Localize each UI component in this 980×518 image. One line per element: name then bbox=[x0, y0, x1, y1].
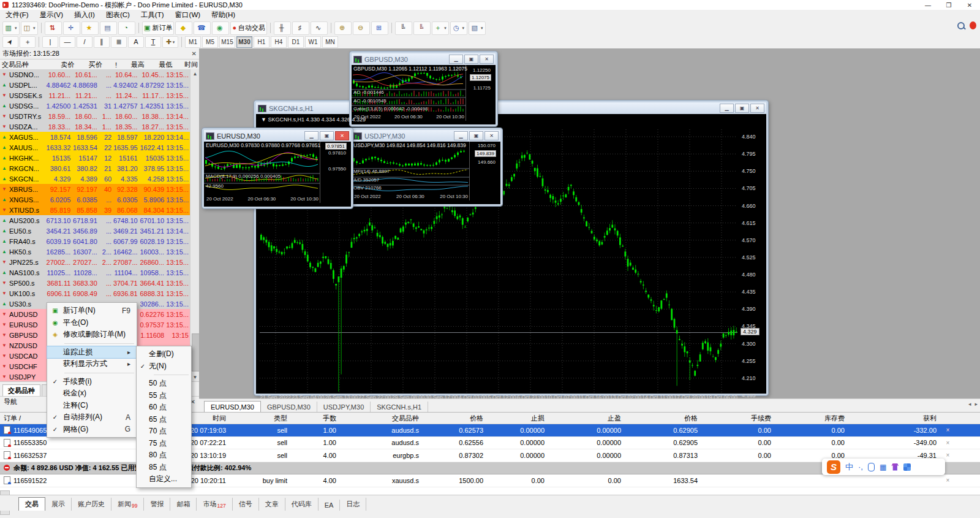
tab-account-history[interactable]: 账户历史 bbox=[72, 498, 111, 511]
market-watch-close-icon[interactable]: ✕ bbox=[192, 50, 197, 57]
data-window-icon[interactable] bbox=[63, 21, 80, 35]
templates-icon[interactable] bbox=[469, 21, 486, 35]
timeframe-button[interactable]: H1 bbox=[254, 36, 270, 48]
auto-scroll-icon[interactable] bbox=[395, 21, 412, 35]
mql-community-icon[interactable] bbox=[212, 21, 229, 35]
tab-symbols[interactable]: 交易品种 bbox=[2, 384, 40, 397]
ime-keyboard-icon[interactable]: ▦ bbox=[880, 463, 886, 471]
col-high[interactable]: 最高 bbox=[118, 60, 146, 69]
chart-shift-icon[interactable] bbox=[413, 21, 431, 35]
new-order-button[interactable]: 新订单 bbox=[142, 21, 174, 35]
horizontal-line-icon[interactable] bbox=[59, 36, 75, 48]
chart-minimize-button[interactable]: ▁ bbox=[449, 55, 463, 64]
trailing-delete-all[interactable]: 全删(D) bbox=[137, 348, 191, 360]
col-ask[interactable]: 买价 bbox=[76, 60, 104, 69]
market-watch-row[interactable]: NAS100.s 11025... 11028... ... 11104... … bbox=[0, 267, 190, 278]
market-watch-row[interactable]: USDSEK.s 11.21... 11.21... ... 11.24... … bbox=[0, 90, 190, 101]
tab-articles[interactable]: 文章 bbox=[259, 498, 285, 511]
timeframe-button[interactable]: M5 bbox=[202, 36, 218, 48]
chart-window-eurusd[interactable]: EURUSD,M30 ▁ ▣ ✕ EURUSD,M30 0.97830 0.97… bbox=[202, 128, 353, 208]
market-watch-row[interactable]: UK100.s 6906.11 6908.49 ... 6936.81 6888… bbox=[0, 288, 190, 299]
chart-window-titlebar[interactable]: EURUSD,M30 ▁ ▣ ✕ bbox=[204, 130, 351, 142]
line-chart-icon[interactable] bbox=[311, 21, 328, 35]
market-watch-scrollbar[interactable]: ▲ ▼ bbox=[190, 69, 200, 381]
close-order-icon[interactable]: × bbox=[940, 452, 956, 459]
ime-skin-icon[interactable] bbox=[891, 463, 899, 471]
timeframe-button[interactable]: M15 bbox=[219, 36, 235, 48]
col-price-current[interactable]: 价格 bbox=[625, 414, 701, 423]
autotrading-button[interactable]: 自动交易 bbox=[230, 21, 267, 35]
market-watch-row[interactable]: SP500.s 3681.11 3683.30 ... 3704.71 3664… bbox=[0, 278, 190, 288]
cursor-icon[interactable] bbox=[2, 36, 18, 48]
market-watch-row[interactable]: SKGCN... 4.329 4.389 60 4.335 4.258 13:1… bbox=[0, 173, 190, 184]
navigator-icon[interactable] bbox=[81, 21, 99, 35]
text-label-icon[interactable] bbox=[145, 36, 161, 48]
tab-trade[interactable]: 交易 bbox=[18, 497, 45, 511]
market-watch-row[interactable]: JPN225.s 27002... 27027... 2... 27087...… bbox=[0, 257, 190, 267]
market-watch-icon[interactable] bbox=[45, 21, 62, 35]
close-order-icon[interactable]: × bbox=[940, 440, 956, 446]
trailing-65[interactable]: 65 点 bbox=[137, 414, 191, 426]
menu-new-order[interactable]: 新订单(N) F9 bbox=[47, 305, 137, 317]
trailing-custom[interactable]: 自定义... bbox=[137, 473, 191, 486]
scroll-up-icon[interactable]: ▲ bbox=[190, 69, 200, 78]
trailing-none[interactable]: 无(N) bbox=[137, 360, 191, 373]
chart-close-button[interactable]: ✕ bbox=[335, 131, 349, 140]
menu-modify-order[interactable]: 修改或删除订单(M) bbox=[47, 329, 137, 341]
chart-restore-button[interactable]: ▣ bbox=[320, 131, 334, 140]
chart-minimize-button[interactable]: ▁ bbox=[304, 131, 318, 140]
market-watch-row[interactable]: AUS200.s 6713.10 6718.91 ... 6748.10 670… bbox=[0, 215, 190, 226]
new-chart-icon[interactable] bbox=[2, 21, 20, 35]
col-lots[interactable]: 手数 bbox=[291, 414, 340, 423]
menubar-item[interactable]: 工具(T) bbox=[135, 10, 170, 20]
col-bid[interactable]: 卖价 bbox=[48, 60, 77, 69]
ime-punctuation-icon[interactable]: ·, bbox=[858, 462, 863, 471]
timeframe-button[interactable]: W1 bbox=[305, 36, 321, 48]
market-watch-row[interactable]: XAGUS... 18.574 18.596 22 18.597 18.220 … bbox=[0, 132, 190, 142]
window-restore-button[interactable]: ❐ bbox=[938, 0, 959, 10]
market-watch-row[interactable]: XBRUS... 92.157 92.197 40 92.328 90.439 … bbox=[0, 184, 190, 194]
delete-order-icon[interactable]: × bbox=[940, 477, 956, 484]
menu-auto-arrange[interactable]: 自动排列(A) A bbox=[47, 411, 137, 424]
candlestick-chart-icon[interactable] bbox=[292, 21, 309, 35]
crosshair-icon[interactable] bbox=[20, 36, 36, 48]
menu-grid[interactable]: 网格(G) G bbox=[47, 424, 137, 436]
market-watch-row[interactable]: HKGHK... 15135 15147 12 15161 15035 13:1… bbox=[0, 153, 190, 163]
periods-icon[interactable] bbox=[450, 21, 467, 35]
menubar-item[interactable]: 窗口(W) bbox=[170, 10, 206, 20]
timeframe-button[interactable]: H4 bbox=[271, 36, 287, 48]
timeframe-button[interactable]: M1 bbox=[185, 36, 201, 48]
col-profit[interactable]: 获利 bbox=[848, 414, 940, 423]
market-watch-row[interactable]: FRA40.s 6039.19 6041.80 ... 6067.99 6028… bbox=[0, 236, 190, 246]
col-symbol[interactable]: 交易品种 bbox=[0, 60, 48, 69]
menubar-item[interactable]: 图表(C) bbox=[100, 10, 135, 20]
tab-scroll-right-icon[interactable]: ▸ bbox=[974, 401, 978, 407]
zoom-in-icon[interactable] bbox=[334, 21, 352, 35]
market-watch-row[interactable]: EU50.s 3454.21 3456.89 ... 3469.21 3451.… bbox=[0, 226, 190, 236]
col-time[interactable]: 时间 bbox=[174, 60, 199, 69]
timeframe-button[interactable]: MN bbox=[322, 36, 338, 48]
col-spread[interactable]: ! bbox=[104, 61, 118, 69]
chart-window-titlebar[interactable]: GBPUSD,M30 ▁ ▣ ✕ bbox=[352, 53, 496, 65]
window-close-button[interactable]: ✕ bbox=[959, 0, 980, 10]
tab-code-base[interactable]: 代码库 bbox=[285, 498, 318, 511]
chart-tab-eurusd[interactable]: EURUSD,M30 bbox=[204, 401, 261, 413]
shapes-icon[interactable] bbox=[162, 36, 178, 48]
chart-tab-skgcnh[interactable]: SKGCNH.s,H1 bbox=[371, 402, 428, 413]
tab-exposure[interactable]: 展示 bbox=[45, 498, 72, 511]
tab-news[interactable]: 新闻99 bbox=[111, 498, 144, 511]
scroll-down-icon[interactable]: ▼ bbox=[190, 373, 200, 381]
menu-comment[interactable]: 注释(C) bbox=[47, 400, 137, 412]
col-symbol[interactable]: 交易品种 bbox=[340, 414, 423, 423]
col-commission[interactable]: 手续费 bbox=[701, 414, 775, 423]
profiles-icon[interactable] bbox=[21, 21, 38, 35]
col-tp[interactable]: 止盈 bbox=[548, 414, 625, 423]
chart-area-eurusd[interactable]: EURUSD,M30 0.97830 0.97880 0.97768 0.978… bbox=[204, 142, 347, 203]
menubar-item[interactable]: 帮助(H) bbox=[206, 10, 241, 20]
fibonacci-icon[interactable] bbox=[111, 36, 127, 48]
terminal-icon[interactable] bbox=[100, 21, 117, 35]
window-minimize-button[interactable]: — bbox=[918, 0, 938, 10]
tile-windows-icon[interactable] bbox=[371, 21, 388, 35]
chart-tab-gbpusd[interactable]: GBPUSD,M30 bbox=[261, 402, 317, 413]
chart-window-gbpusd[interactable]: GBPUSD,M30 ▁ ▣ ✕ GBPUSD,M30 1.12065 1.12… bbox=[350, 51, 497, 126]
